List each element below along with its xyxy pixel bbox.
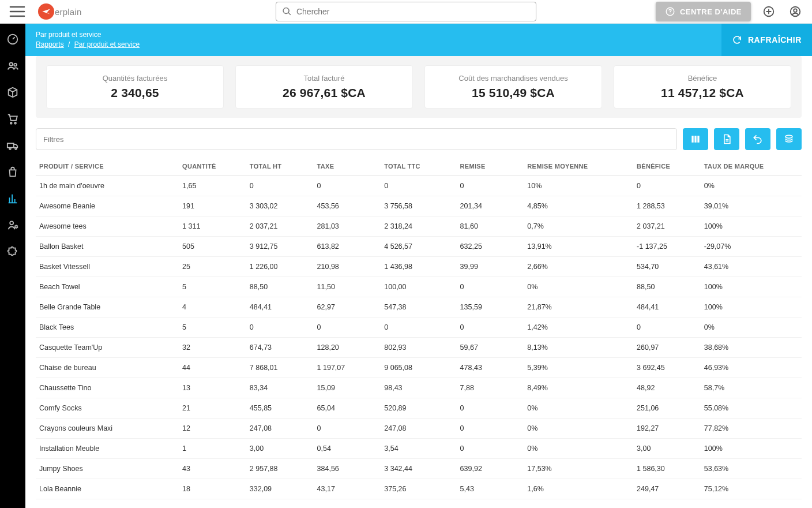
help-center-button[interactable]: CENTRE D'AIDE (656, 2, 751, 21)
layers-button[interactable] (776, 128, 802, 150)
sidebar-item-sales[interactable] (5, 111, 20, 126)
table-cell: 0 (633, 318, 701, 338)
sidebar-item-purchases[interactable] (5, 165, 20, 180)
table-row[interactable]: Chaise de bureau447 868,011 197,079 065,… (36, 358, 802, 378)
people-icon (6, 59, 19, 72)
table-cell: 0% (524, 277, 633, 297)
column-header[interactable]: TOTAL TTC (381, 157, 456, 176)
sidebar-item-integrations[interactable] (5, 244, 20, 259)
table-cell: 802,93 (381, 338, 456, 358)
table-cell: 7 868,01 (246, 358, 314, 378)
table-cell: 0 (381, 318, 456, 338)
table-cell: 100% (701, 277, 802, 297)
table-cell: 0 (457, 277, 524, 297)
table-row[interactable]: Black Tees500001,42%00% (36, 318, 802, 338)
table-cell: 3 692,45 (633, 358, 701, 378)
table-cell: 88,50 (246, 277, 314, 297)
table-cell: 3 342,44 (381, 459, 456, 479)
table-cell: 38,68% (701, 338, 802, 358)
table-row[interactable]: Jumpy Shoes432 957,88384,563 342,44639,9… (36, 459, 802, 479)
table-cell: 2 037,21 (246, 216, 314, 237)
column-header[interactable]: QUANTITÉ (179, 157, 246, 176)
table-cell: 8,13% (524, 338, 633, 358)
breadcrumb-link-current[interactable]: Par produit et service (74, 40, 140, 48)
table-cell: 547,38 (381, 297, 456, 318)
search-field[interactable] (276, 2, 536, 21)
table-cell: 58,7% (701, 378, 802, 398)
sidebar-item-shipping[interactable] (5, 138, 20, 153)
table-cell: 75,12% (701, 479, 802, 499)
table-cell: 5 (179, 277, 246, 297)
table-row[interactable]: Crayons couleurs Maxi12247,080247,0800%1… (36, 419, 802, 439)
table-cell: 0 (246, 318, 314, 338)
search-input[interactable] (296, 7, 530, 16)
sidebar-item-inventory[interactable] (5, 85, 20, 100)
sidebar-item-settings-users[interactable] (5, 218, 20, 233)
table-row[interactable]: Ballon Basket5053 912,75613,824 526,5763… (36, 237, 802, 257)
svg-point-9 (14, 122, 16, 124)
table-row[interactable]: 1h de main d'oeuvre1,65000010%00% (36, 176, 802, 196)
gauge-icon (6, 33, 19, 46)
add-button[interactable] (760, 3, 777, 20)
column-header[interactable]: TAXE (314, 157, 381, 176)
export-button[interactable] (714, 128, 739, 150)
table-cell: 1 436,98 (381, 257, 456, 277)
column-header[interactable]: TAUX DE MARQUE (701, 157, 802, 176)
table-cell: 247,08 (381, 419, 456, 439)
table-cell: 88,50 (633, 277, 701, 297)
account-button[interactable] (787, 3, 804, 20)
user-circle-icon (789, 5, 802, 18)
table-row[interactable]: Basket Vitessell251 226,00210,981 436,98… (36, 257, 802, 277)
table-cell: 484,41 (246, 297, 314, 318)
svg-point-6 (10, 63, 13, 66)
table-row[interactable]: Chaussette Tino1383,3415,0998,437,888,49… (36, 378, 802, 398)
sidebar-item-dashboard[interactable] (5, 32, 20, 47)
table-cell: 3 303,02 (246, 196, 314, 216)
column-header[interactable]: REMISE (457, 157, 524, 176)
svg-rect-16 (694, 136, 696, 143)
sidebar-item-contacts[interactable] (5, 58, 20, 73)
table-cell: Beach Towel (36, 277, 179, 297)
user-gear-icon (6, 219, 19, 231)
table-row[interactable]: Belle Grande Table4484,4162,97547,38135,… (36, 297, 802, 318)
table-cell: 1 (179, 439, 246, 459)
column-header[interactable]: TOTAL HT (246, 157, 314, 176)
table-cell: 0% (701, 318, 802, 338)
table-cell: 534,70 (633, 257, 701, 277)
table-row[interactable]: Installation Meuble13,000,543,5400%3,001… (36, 439, 802, 459)
layers-icon (783, 133, 795, 145)
column-header[interactable]: BÉNÉFICE (633, 157, 701, 176)
table-row[interactable]: Beach Towel588,5011,50100,0000%88,50100% (36, 277, 802, 297)
stat-value: 26 967,61 $CA (242, 86, 407, 100)
table-cell: 11,50 (314, 277, 381, 297)
table-cell: Basket Vitessell (36, 257, 179, 277)
column-header[interactable]: REMISE MOYENNE (524, 157, 633, 176)
table-row[interactable]: Lola Beannie18332,0943,17375,265,431,6%2… (36, 479, 802, 499)
filter-input[interactable] (36, 128, 677, 150)
table-cell: 5,43 (457, 479, 524, 499)
columns-button[interactable] (683, 128, 708, 150)
table-cell: 43,17 (314, 479, 381, 499)
reset-button[interactable] (745, 128, 770, 150)
table-cell: 1 586,30 (633, 459, 701, 479)
table-cell: 3 756,58 (381, 196, 456, 216)
table-cell: 46,93% (701, 358, 802, 378)
column-header[interactable]: PRODUIT / SERVICE (36, 157, 179, 176)
table-cell: 453,56 (314, 196, 381, 216)
sidebar-item-reports[interactable] (5, 191, 20, 206)
cart-icon (6, 113, 19, 125)
hamburger-menu-button[interactable] (8, 2, 27, 21)
table-row[interactable]: Comfy Socks21455,8565,04520,8900%251,065… (36, 398, 802, 419)
table-row[interactable]: Awesome tees1 3112 037,21281,032 318,248… (36, 216, 802, 237)
table-cell: Ballon Basket (36, 237, 179, 257)
stat-label: Coût des marchandises vendues (431, 74, 596, 83)
table-cell: 0 (314, 419, 381, 439)
table-cell: 520,89 (381, 398, 456, 419)
table-cell: 632,25 (457, 237, 524, 257)
stat-value: 2 340,65 (52, 86, 217, 100)
breadcrumb-link-reports[interactable]: Rapports (36, 40, 64, 48)
table-row[interactable]: Awesome Beanie1913 303,02453,563 756,582… (36, 196, 802, 216)
table-cell: 0 (633, 176, 701, 196)
table-row[interactable]: Casquette Team'Up32674,73128,20802,9359,… (36, 338, 802, 358)
refresh-button[interactable]: RAFRAÎCHIR (721, 24, 812, 56)
